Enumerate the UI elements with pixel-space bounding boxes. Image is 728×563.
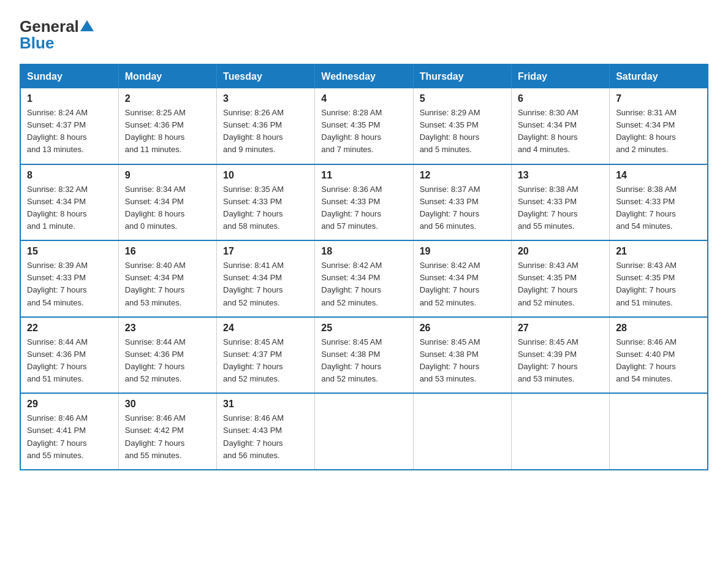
calendar-cell: 7Sunrise: 8:31 AM Sunset: 4:34 PM Daylig… — [610, 88, 708, 164]
calendar-cell: 15Sunrise: 8:39 AM Sunset: 4:33 PM Dayli… — [20, 240, 118, 317]
calendar-cell: 2Sunrise: 8:25 AM Sunset: 4:36 PM Daylig… — [118, 88, 216, 164]
day-number: 23 — [125, 323, 210, 334]
calendar-cell: 30Sunrise: 8:46 AM Sunset: 4:42 PM Dayli… — [118, 393, 216, 470]
day-number: 16 — [125, 246, 210, 257]
day-info: Sunrise: 8:39 AM Sunset: 4:33 PM Dayligh… — [27, 259, 112, 309]
calendar-cell: 6Sunrise: 8:30 AM Sunset: 4:34 PM Daylig… — [511, 88, 609, 164]
calendar-header-sunday: Sunday — [20, 64, 118, 88]
calendar-cell: 16Sunrise: 8:40 AM Sunset: 4:34 PM Dayli… — [118, 240, 216, 317]
day-info: Sunrise: 8:45 AM Sunset: 4:37 PM Dayligh… — [223, 336, 308, 386]
day-number: 18 — [321, 246, 406, 257]
day-info: Sunrise: 8:45 AM Sunset: 4:38 PM Dayligh… — [420, 336, 505, 386]
day-info: Sunrise: 8:32 AM Sunset: 4:34 PM Dayligh… — [27, 183, 112, 233]
day-info: Sunrise: 8:40 AM Sunset: 4:34 PM Dayligh… — [125, 259, 210, 309]
day-info: Sunrise: 8:28 AM Sunset: 4:35 PM Dayligh… — [321, 107, 406, 156]
day-number: 15 — [27, 246, 112, 257]
calendar-cell: 24Sunrise: 8:45 AM Sunset: 4:37 PM Dayli… — [217, 317, 315, 394]
day-number: 9 — [125, 170, 210, 181]
calendar-cell: 28Sunrise: 8:46 AM Sunset: 4:40 PM Dayli… — [610, 317, 708, 394]
day-number: 26 — [420, 323, 505, 334]
day-number: 30 — [125, 399, 210, 410]
day-info: Sunrise: 8:46 AM Sunset: 4:41 PM Dayligh… — [27, 412, 112, 462]
calendar-cell: 26Sunrise: 8:45 AM Sunset: 4:38 PM Dayli… — [413, 317, 511, 394]
day-info: Sunrise: 8:42 AM Sunset: 4:34 PM Dayligh… — [321, 259, 406, 309]
logo-icon — [80, 19, 94, 33]
day-info: Sunrise: 8:34 AM Sunset: 4:34 PM Dayligh… — [125, 183, 210, 233]
day-info: Sunrise: 8:38 AM Sunset: 4:33 PM Dayligh… — [616, 183, 701, 233]
day-info: Sunrise: 8:35 AM Sunset: 4:33 PM Dayligh… — [223, 183, 308, 233]
day-number: 20 — [518, 246, 603, 257]
calendar-header-row: SundayMondayTuesdayWednesdayThursdayFrid… — [20, 64, 708, 88]
day-number: 31 — [223, 399, 308, 410]
day-info: Sunrise: 8:46 AM Sunset: 4:40 PM Dayligh… — [616, 336, 701, 386]
calendar-cell: 18Sunrise: 8:42 AM Sunset: 4:34 PM Dayli… — [315, 240, 413, 317]
calendar-table: SundayMondayTuesdayWednesdayThursdayFrid… — [20, 64, 708, 470]
calendar-cell: 8Sunrise: 8:32 AM Sunset: 4:34 PM Daylig… — [20, 164, 118, 241]
calendar-cell: 3Sunrise: 8:26 AM Sunset: 4:36 PM Daylig… — [217, 88, 315, 164]
logo: General Blue — [20, 15, 94, 53]
calendar-cell: 11Sunrise: 8:36 AM Sunset: 4:33 PM Dayli… — [315, 164, 413, 241]
day-info: Sunrise: 8:45 AM Sunset: 4:39 PM Dayligh… — [518, 336, 603, 386]
day-info: Sunrise: 8:29 AM Sunset: 4:35 PM Dayligh… — [420, 107, 505, 156]
calendar-cell: 13Sunrise: 8:38 AM Sunset: 4:33 PM Dayli… — [511, 164, 609, 241]
day-info: Sunrise: 8:36 AM Sunset: 4:33 PM Dayligh… — [321, 183, 406, 233]
day-number: 19 — [420, 246, 505, 257]
day-number: 14 — [616, 170, 701, 181]
day-info: Sunrise: 8:43 AM Sunset: 4:35 PM Dayligh… — [616, 259, 701, 309]
calendar-week-row: 29Sunrise: 8:46 AM Sunset: 4:41 PM Dayli… — [20, 393, 708, 470]
day-number: 27 — [518, 323, 603, 334]
day-info: Sunrise: 8:42 AM Sunset: 4:34 PM Dayligh… — [420, 259, 505, 309]
calendar-cell: 21Sunrise: 8:43 AM Sunset: 4:35 PM Dayli… — [610, 240, 708, 317]
day-number: 7 — [616, 93, 701, 104]
day-info: Sunrise: 8:44 AM Sunset: 4:36 PM Dayligh… — [27, 336, 112, 386]
calendar-cell: 4Sunrise: 8:28 AM Sunset: 4:35 PM Daylig… — [315, 88, 413, 164]
calendar-week-row: 8Sunrise: 8:32 AM Sunset: 4:34 PM Daylig… — [20, 164, 708, 241]
day-number: 28 — [616, 323, 701, 334]
calendar-cell: 29Sunrise: 8:46 AM Sunset: 4:41 PM Dayli… — [20, 393, 118, 470]
calendar-week-row: 15Sunrise: 8:39 AM Sunset: 4:33 PM Dayli… — [20, 240, 708, 317]
calendar-cell: 31Sunrise: 8:46 AM Sunset: 4:43 PM Dayli… — [217, 393, 315, 470]
day-number: 22 — [27, 323, 112, 334]
calendar-cell: 9Sunrise: 8:34 AM Sunset: 4:34 PM Daylig… — [118, 164, 216, 241]
calendar-cell: 1Sunrise: 8:24 AM Sunset: 4:37 PM Daylig… — [20, 88, 118, 164]
page-header: General Blue — [20, 15, 708, 53]
calendar-cell: 22Sunrise: 8:44 AM Sunset: 4:36 PM Dayli… — [20, 317, 118, 394]
calendar-header-saturday: Saturday — [610, 64, 708, 88]
day-number: 11 — [321, 170, 406, 181]
day-info: Sunrise: 8:24 AM Sunset: 4:37 PM Dayligh… — [27, 107, 112, 156]
svg-marker-0 — [80, 20, 94, 31]
day-info: Sunrise: 8:38 AM Sunset: 4:33 PM Dayligh… — [518, 183, 603, 233]
calendar-cell: 17Sunrise: 8:41 AM Sunset: 4:34 PM Dayli… — [217, 240, 315, 317]
day-number: 8 — [27, 170, 112, 181]
day-number: 4 — [321, 93, 406, 104]
calendar-cell: 19Sunrise: 8:42 AM Sunset: 4:34 PM Dayli… — [413, 240, 511, 317]
day-info: Sunrise: 8:25 AM Sunset: 4:36 PM Dayligh… — [125, 107, 210, 156]
day-info: Sunrise: 8:46 AM Sunset: 4:43 PM Dayligh… — [223, 412, 308, 462]
day-number: 10 — [223, 170, 308, 181]
day-info: Sunrise: 8:31 AM Sunset: 4:34 PM Dayligh… — [616, 107, 701, 156]
calendar-cell — [610, 393, 708, 470]
day-number: 25 — [321, 323, 406, 334]
calendar-cell: 20Sunrise: 8:43 AM Sunset: 4:35 PM Dayli… — [511, 240, 609, 317]
day-number: 1 — [27, 93, 112, 104]
day-number: 24 — [223, 323, 308, 334]
calendar-week-row: 22Sunrise: 8:44 AM Sunset: 4:36 PM Dayli… — [20, 317, 708, 394]
day-number: 13 — [518, 170, 603, 181]
calendar-cell: 23Sunrise: 8:44 AM Sunset: 4:36 PM Dayli… — [118, 317, 216, 394]
calendar-header-wednesday: Wednesday — [315, 64, 413, 88]
calendar-header-friday: Friday — [511, 64, 609, 88]
day-info: Sunrise: 8:26 AM Sunset: 4:36 PM Dayligh… — [223, 107, 308, 156]
day-number: 2 — [125, 93, 210, 104]
calendar-header-thursday: Thursday — [413, 64, 511, 88]
calendar-cell: 5Sunrise: 8:29 AM Sunset: 4:35 PM Daylig… — [413, 88, 511, 164]
day-info: Sunrise: 8:30 AM Sunset: 4:34 PM Dayligh… — [518, 107, 603, 156]
calendar-week-row: 1Sunrise: 8:24 AM Sunset: 4:37 PM Daylig… — [20, 88, 708, 164]
calendar-cell: 27Sunrise: 8:45 AM Sunset: 4:39 PM Dayli… — [511, 317, 609, 394]
calendar-cell: 10Sunrise: 8:35 AM Sunset: 4:33 PM Dayli… — [217, 164, 315, 241]
calendar-cell: 14Sunrise: 8:38 AM Sunset: 4:33 PM Dayli… — [610, 164, 708, 241]
day-info: Sunrise: 8:45 AM Sunset: 4:38 PM Dayligh… — [321, 336, 406, 386]
calendar-header-monday: Monday — [118, 64, 216, 88]
calendar-cell: 12Sunrise: 8:37 AM Sunset: 4:33 PM Dayli… — [413, 164, 511, 241]
calendar-cell — [413, 393, 511, 470]
logo-blue: Blue — [20, 34, 54, 53]
